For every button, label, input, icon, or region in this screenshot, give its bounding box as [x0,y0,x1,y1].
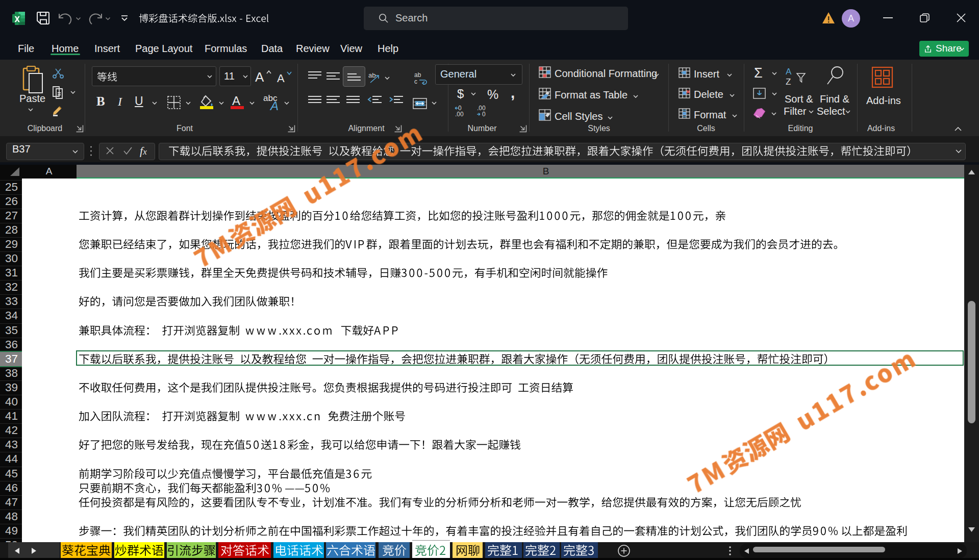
svg-text:ab: ab [368,71,375,79]
svg-text:Z: Z [786,77,791,87]
svg-text:ab: ab [414,71,421,79]
svg-text:A: A [786,67,792,77]
svg-text:0: 0 [482,111,486,117]
svg-text:c: c [414,78,417,85]
